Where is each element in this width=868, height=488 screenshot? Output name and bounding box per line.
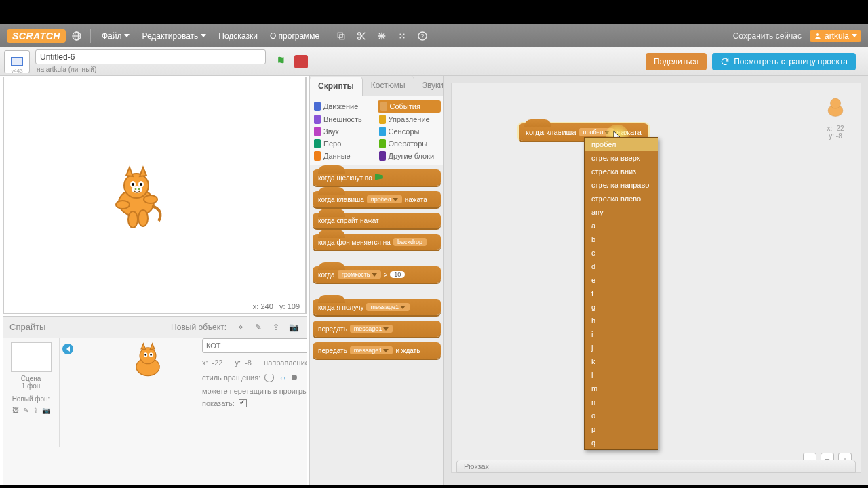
block-broadcast[interactable]: передать message1 [313,321,441,337]
key-option[interactable]: стрелка направо [585,178,658,192]
menu-file[interactable]: Файл [98,28,134,43]
key-dropdown-menu[interactable]: пробелстрелка вверхстрелка внизстрелка н… [584,137,658,450]
share-button[interactable]: Поделиться [646,53,707,70]
project-title-input[interactable] [35,49,266,64]
stage[interactable]: x: 240 y: 109 [3,77,307,314]
key-option[interactable]: o [585,409,658,422]
svg-point-17 [140,183,142,186]
block-when-key[interactable]: когда клавиша пробел нажата [313,191,441,207]
paint-sprite-icon[interactable]: ✎ [252,321,264,333]
svg-point-23 [116,201,130,209]
key-option[interactable]: d [585,260,658,273]
sprites-panel: Спрайты Новый объект: ✧ ✎ ⇪ 📷 Сцена 1 фо… [3,316,307,485]
help-icon[interactable]: ? [416,29,429,43]
shrink-icon[interactable] [395,29,409,43]
new-object-label: Новый объект: [171,323,226,332]
scratch-logo[interactable]: SCRATCH [7,29,66,43]
svg-point-26 [140,348,156,364]
user-icon [814,32,822,40]
tab-costumes[interactable]: Костюмы [363,76,414,96]
user-menu[interactable]: artkula [810,30,861,42]
key-option[interactable]: стрелка вверх [585,151,658,165]
sprite-info-toggle[interactable] [62,344,73,354]
cat-more[interactable]: Другие блоки [378,150,441,161]
key-option[interactable]: b [585,232,658,246]
key-option[interactable]: i [585,327,658,341]
rotation-leftright-icon[interactable]: ↔ [278,372,288,383]
draggable-label: можете перетащить в проигрыватель: [202,387,307,395]
key-option[interactable]: пробел [585,138,658,151]
key-dropdown-slot[interactable]: пробел [579,128,614,136]
rotation-none-icon[interactable] [292,375,297,380]
key-option[interactable]: k [585,354,658,368]
key-option[interactable]: j [585,341,658,354]
block-when-backdrop[interactable]: когда фон меняется на backdrop [313,234,441,250]
rotation-style-label: стиль вращения: [202,373,260,382]
backpack-bar[interactable]: Рюкзак [456,460,856,473]
key-option[interactable]: стрелка вниз [585,165,658,178]
key-option[interactable]: q [585,436,658,449]
block-when-sprite-clicked[interactable]: когда спрайт нажат [313,213,441,228]
key-option[interactable]: m [585,382,658,395]
key-option[interactable]: a [585,219,658,232]
project-byline: на artkula (личный) [37,66,266,73]
cat-events[interactable]: События [378,100,441,113]
menu-edit[interactable]: Редактировать [138,28,210,43]
cat-data[interactable]: Данные [313,150,376,161]
tab-scripts[interactable]: Скрипты [310,77,363,96]
sprite-library-icon[interactable]: ✧ [235,321,247,333]
menu-tips[interactable]: Подсказки [214,28,262,43]
key-option[interactable]: c [585,246,658,260]
green-flag-button[interactable] [275,55,289,68]
view-project-page-button[interactable]: Посмотреть страницу проекта [712,53,856,70]
sprite-thumbnail[interactable] [121,342,175,389]
rotation-all-icon[interactable] [264,373,274,382]
cat-motion[interactable]: Движение [313,100,376,113]
key-option[interactable]: f [585,287,658,300]
svg-marker-27 [141,344,146,350]
key-option[interactable]: any [585,205,658,219]
block-when-receive[interactable]: когда я получу message1 [313,299,441,315]
cat-looks[interactable]: Внешность [313,114,376,125]
block-when-flag[interactable]: когда щелкнут по [313,169,441,186]
block-when-loudness[interactable]: когда громкость > 10 [313,266,441,283]
key-option[interactable]: e [585,273,658,287]
key-option[interactable]: стрелка влево [585,192,658,205]
bg-library-icon[interactable]: 🖼 [12,407,19,414]
editor-tabs: Скрипты Костюмы Звуки [310,76,443,96]
grow-icon[interactable] [375,29,389,43]
cat-pen[interactable]: Перо [313,138,376,149]
scene-thumbnail[interactable] [11,342,52,372]
cat-sensing[interactable]: Сенсоры [378,126,441,137]
save-now-link[interactable]: Сохранить сейчас [733,31,802,41]
menu-about[interactable]: О программе [266,28,323,43]
globe-icon[interactable] [70,29,83,43]
bg-camera-icon[interactable]: 📷 [42,407,50,414]
sprite-on-stage[interactable] [106,165,167,235]
svg-point-24 [144,195,157,203]
scripts-area[interactable]: когда клавиша пробел нажата пробелстрелк… [444,76,868,485]
key-option[interactable]: p [585,422,658,436]
key-option[interactable]: h [585,314,658,327]
show-checkbox[interactable] [239,399,247,407]
stage-mode-toggle[interactable]: v443 [4,50,30,73]
sprite-thumbnail-corner[interactable]: x: -22 y: -8 [822,95,849,140]
bg-paint-icon[interactable]: ✎ [23,407,28,414]
scissors-icon[interactable] [355,29,368,43]
cat-sound[interactable]: Звук [313,126,376,137]
camera-sprite-icon[interactable]: 📷 [288,321,300,333]
key-option[interactable]: n [585,395,658,409]
svg-point-32 [150,354,152,356]
show-label: показать: [202,399,235,407]
svg-point-19 [135,188,137,190]
stop-button[interactable] [294,55,308,68]
stamp-icon[interactable] [334,29,348,43]
cat-operators[interactable]: Операторы [378,138,441,149]
bg-upload-icon[interactable]: ⇪ [33,407,38,414]
key-option[interactable]: l [585,368,658,382]
upload-sprite-icon[interactable]: ⇪ [270,321,282,333]
cat-control[interactable]: Управление [378,114,441,125]
block-broadcast-wait[interactable]: передать message1 и ждать [313,342,441,359]
sprite-name-input[interactable] [202,338,307,353]
key-option[interactable]: g [585,300,658,314]
